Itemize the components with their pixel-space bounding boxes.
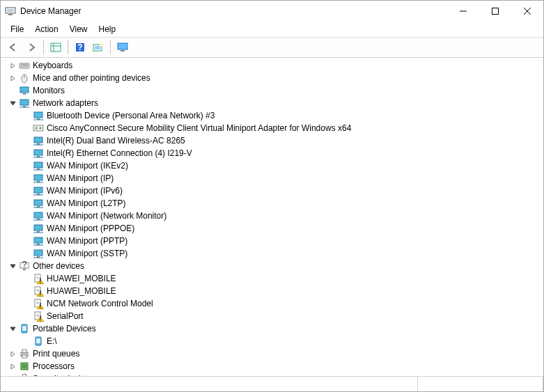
- tree-node[interactable]: WAN Miniport (L2TP): [1, 197, 543, 210]
- monitor-button[interactable]: [114, 40, 131, 55]
- menu-view[interactable]: View: [64, 23, 93, 36]
- forward-button[interactable]: [23, 40, 40, 55]
- expand-icon[interactable]: [8, 361, 17, 371]
- collapse-icon[interactable]: [8, 98, 17, 108]
- tree-node[interactable]: Cisco AnyConnect Secure Mobility Client …: [1, 122, 543, 134]
- tree-node[interactable]: Intel(R) Ethernet Connection (4) I219-V: [1, 147, 543, 159]
- tree-node-label: Portable Devices: [33, 324, 96, 334]
- net-adapter-icon: [33, 210, 44, 221]
- tree-node-label: HUAWEI_MOBILE: [47, 286, 116, 296]
- svg-rect-45: [34, 187, 42, 193]
- expand-icon[interactable]: [8, 349, 17, 359]
- expand-icon[interactable]: [8, 73, 17, 83]
- tree-node-label: Monitors: [33, 86, 65, 95]
- collapse-icon[interactable]: [8, 324, 17, 334]
- net-adapter-icon: [33, 248, 44, 259]
- tree-node-label: HUAWEI_MOBILE: [47, 274, 116, 283]
- svg-point-31: [36, 127, 38, 130]
- tree-node-label: WAN Miniport (IKEv2): [47, 161, 128, 171]
- unknown-warn-icon: !: [33, 311, 44, 322]
- network-icon: [19, 97, 30, 109]
- device-tree[interactable]: KeyboardsMice and other pointing devices…: [1, 58, 543, 376]
- svg-rect-48: [34, 200, 42, 205]
- tree-node[interactable]: Intel(R) Dual Band Wireless-AC 8265: [1, 134, 543, 147]
- svg-rect-23: [23, 93, 26, 95]
- maximize-button[interactable]: [479, 1, 511, 22]
- svg-text:!: !: [39, 301, 41, 310]
- tree-node[interactable]: Mice and other pointing devices: [1, 72, 543, 84]
- svg-point-32: [40, 127, 42, 130]
- tree-node[interactable]: !NCM Network Control Model: [1, 297, 543, 310]
- tree-node[interactable]: Processors: [1, 360, 543, 373]
- minimize-button[interactable]: [447, 1, 479, 22]
- menu-action[interactable]: Action: [29, 23, 63, 36]
- help-button[interactable]: ?: [72, 40, 88, 55]
- tree-node-label: Mice and other pointing devices: [33, 73, 150, 83]
- tree-node[interactable]: WAN Miniport (IKEv2): [1, 159, 543, 172]
- tree-node[interactable]: Portable Devices: [1, 322, 543, 335]
- tree-node[interactable]: Keyboards: [1, 59, 543, 72]
- tree-node[interactable]: E:\: [1, 335, 543, 347]
- svg-rect-13: [95, 46, 100, 49]
- expand-icon[interactable]: [8, 61, 17, 70]
- tree-node[interactable]: Bluetooth Device (Personal Area Network)…: [1, 109, 543, 122]
- tree-node-label: NCM Network Control Model: [47, 299, 153, 308]
- unknown-warn-icon: !: [33, 273, 44, 284]
- tree-node-label: Security devices: [33, 374, 93, 376]
- tree-node[interactable]: Network adapters: [1, 97, 543, 109]
- close-button[interactable]: [511, 1, 543, 22]
- tree-node[interactable]: !SerialPort: [1, 310, 543, 322]
- svg-rect-33: [34, 137, 42, 143]
- tree-node[interactable]: WAN Miniport (IPv6): [1, 185, 543, 197]
- svg-text:!: !: [39, 314, 41, 322]
- unknown-warn-icon: !: [33, 298, 44, 309]
- expand-icon[interactable]: [8, 374, 17, 376]
- svg-rect-7: [51, 43, 61, 52]
- tree-node[interactable]: Security devices: [1, 373, 543, 376]
- drive-icon: [33, 336, 44, 347]
- net-adapter-icon: [33, 135, 44, 146]
- other-icon: ?: [19, 260, 30, 272]
- collapse-icon[interactable]: [8, 261, 17, 271]
- tree-node[interactable]: Monitors: [1, 84, 543, 97]
- svg-rect-2: [7, 9, 14, 12]
- svg-rect-16: [121, 50, 125, 52]
- toolbar: ?: [1, 38, 543, 58]
- tree-node[interactable]: WAN Miniport (PPTP): [1, 235, 543, 247]
- tree-node-label: Processors: [33, 361, 75, 371]
- tree-node-label: Keyboards: [33, 61, 72, 70]
- svg-text:!: !: [39, 289, 41, 297]
- svg-rect-42: [34, 175, 42, 180]
- back-button[interactable]: [5, 40, 22, 55]
- tree-node-label: WAN Miniport (IPv6): [47, 186, 123, 196]
- toolbar-separator: [110, 40, 111, 54]
- tree-node-label: WAN Miniport (L2TP): [47, 198, 126, 208]
- tree-node[interactable]: !HUAWEI_MOBILE: [1, 272, 543, 285]
- tree-node-label: Print queues: [33, 349, 79, 359]
- svg-rect-36: [34, 150, 42, 155]
- tree-node[interactable]: !HUAWEI_MOBILE: [1, 285, 543, 297]
- unknown-warn-icon: !: [33, 285, 44, 297]
- svg-rect-4: [492, 8, 499, 15]
- show-hide-tree-button[interactable]: [47, 40, 64, 55]
- svg-rect-85: [36, 338, 40, 343]
- tree-node[interactable]: WAN Miniport (PPPOE): [1, 222, 543, 235]
- tree-node[interactable]: WAN Miniport (IP): [1, 172, 543, 185]
- svg-rect-1: [8, 14, 13, 15]
- tree-node-label: Cisco AnyConnect Secure Mobility Client …: [47, 123, 351, 133]
- scan-hardware-button[interactable]: [90, 40, 107, 55]
- processor-icon: [19, 361, 30, 372]
- tree-node[interactable]: ?Other devices: [1, 260, 543, 272]
- menu-file[interactable]: File: [5, 23, 29, 36]
- svg-point-14: [100, 42, 104, 47]
- tree-node[interactable]: Print queues: [1, 347, 543, 360]
- menu-help[interactable]: Help: [93, 23, 122, 36]
- portable-icon: [19, 323, 30, 334]
- tree-node[interactable]: WAN Miniport (Network Monitor): [1, 210, 543, 222]
- tree-node[interactable]: WAN Miniport (SSTP): [1, 247, 543, 260]
- status-cell: [1, 377, 418, 391]
- net-adapter-icon: [33, 173, 44, 184]
- svg-rect-83: [22, 326, 26, 331]
- net-adapter-icon: [33, 235, 44, 246]
- svg-rect-22: [20, 87, 29, 93]
